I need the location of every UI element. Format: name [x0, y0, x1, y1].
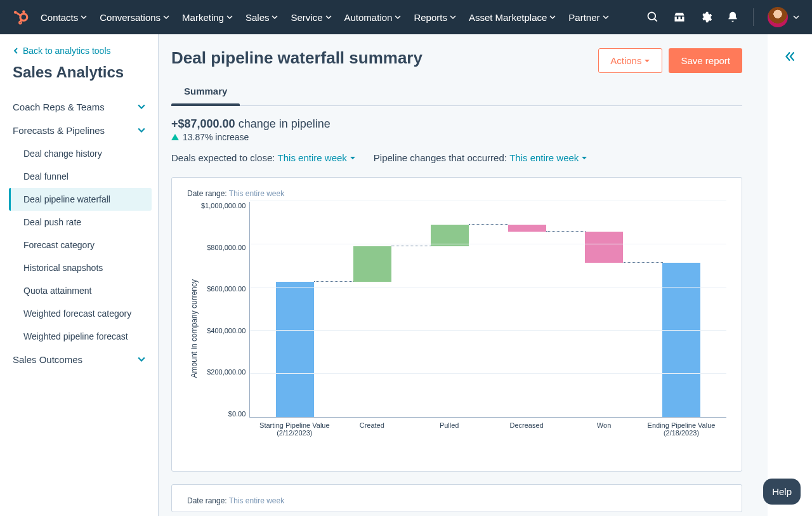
chart-y-label: Amount in company currency: [187, 279, 201, 378]
chart-plot-area: [249, 202, 726, 418]
filter-expected-select[interactable]: This entire week: [278, 152, 356, 163]
svg-line-5: [20, 20, 21, 22]
sidebar-item-historical-snapshots[interactable]: Historical snapshots: [9, 256, 152, 279]
right-panel: [768, 34, 812, 516]
sidebar-item-deal-pipeline-waterfall[interactable]: Deal pipeline waterfall: [9, 188, 152, 211]
increase-line: 13.87% increase: [171, 132, 742, 142]
sidebar-item-deal-funnel[interactable]: Deal funnel: [9, 165, 152, 188]
chevron-down-icon: [603, 14, 609, 20]
filter-changes: Pipeline changes that occurred: This ent…: [374, 152, 588, 163]
nav-item-asset-marketplace[interactable]: Asset Marketplace: [469, 12, 556, 23]
sidebar-item-quota-attainment[interactable]: Quota attainment: [9, 279, 152, 302]
chart-card-2: Date range: This entire week: [171, 484, 742, 512]
section-forecasts-pipelines[interactable]: Forecasts & Pipelines: [6, 119, 152, 142]
filter-expected: Deals expected to close: This entire wee…: [171, 152, 356, 163]
nav-items: ContactsConversationsMarketingSalesServi…: [41, 12, 646, 23]
chart-range-label: Date range: This entire week: [187, 189, 726, 198]
svg-line-3: [17, 13, 22, 16]
avatar: [768, 7, 788, 27]
nav-item-automation[interactable]: Automation: [344, 12, 402, 23]
hubspot-logo[interactable]: [13, 9, 29, 25]
back-link[interactable]: Back to analytics tools: [6, 46, 152, 61]
chart-x-axis: Starting Pipeline Value (2/12/2023)Creat…: [249, 418, 726, 437]
waterfall-bar: [411, 202, 488, 417]
waterfall-bar: [643, 202, 719, 417]
triangle-up-icon: [171, 134, 179, 140]
tab-summary[interactable]: Summary: [171, 78, 240, 105]
chevron-down-icon: [138, 102, 145, 112]
sidebar-item-forecast-category[interactable]: Forecast category: [9, 234, 152, 256]
nav-item-partner[interactable]: Partner: [568, 12, 608, 23]
chevron-down-icon: [272, 14, 278, 20]
back-link-label: Back to analytics tools: [23, 46, 111, 56]
help-button[interactable]: Help: [763, 479, 801, 505]
bell-icon[interactable]: [726, 11, 739, 23]
chevron-down-icon: [138, 125, 145, 136]
marketplace-icon[interactable]: [673, 11, 686, 23]
svg-point-0: [20, 14, 27, 21]
save-report-button[interactable]: Save report: [669, 48, 742, 73]
sidebar-item-weighted-forecast-category[interactable]: Weighted forecast category: [9, 302, 152, 325]
actions-button[interactable]: Actions: [598, 48, 662, 73]
svg-line-7: [655, 19, 657, 22]
section-sales-outcomes[interactable]: Sales Outcomes: [6, 348, 152, 371]
sidebar-item-deal-change-history[interactable]: Deal change history: [9, 142, 152, 165]
nav-item-conversations[interactable]: Conversations: [100, 12, 169, 23]
search-icon[interactable]: [646, 11, 659, 23]
nav-item-contacts[interactable]: Contacts: [41, 12, 87, 23]
page-title: Deal pipeline waterfall summary: [171, 48, 422, 68]
chevron-down-icon: [138, 354, 145, 365]
waterfall-chart: Amount in company currency $1,000,000.00…: [187, 202, 726, 456]
chevron-down-icon: [226, 14, 233, 20]
waterfall-bar: [566, 202, 643, 417]
sidebar-item-deal-push-rate[interactable]: Deal push rate: [9, 211, 152, 234]
sidebar: Back to analytics tools Sales Analytics …: [0, 34, 159, 516]
chevron-down-icon: [325, 14, 332, 20]
chevron-down-icon: [450, 14, 456, 20]
chevron-down-icon: [549, 14, 556, 20]
chart-y-axis: $1,000,000.00$800,000.00$600,000.00$400,…: [201, 202, 249, 418]
chart-card: Date range: This entire week Amount in c…: [171, 177, 742, 472]
chevron-down-icon: [81, 14, 87, 20]
sidebar-item-weighted-pipeline-forecast[interactable]: Weighted pipeline forecast: [9, 325, 152, 348]
nav-item-service[interactable]: Service: [291, 12, 331, 23]
account-menu[interactable]: [768, 7, 799, 27]
nav-item-sales[interactable]: Sales: [246, 12, 278, 23]
waterfall-bar: [257, 202, 334, 417]
svg-point-2: [14, 11, 17, 14]
chevron-left-icon: [13, 48, 19, 54]
nav-item-reports[interactable]: Reports: [414, 12, 456, 23]
section-coach-reps-teams[interactable]: Coach Reps & Teams: [6, 95, 152, 119]
caret-down-icon: [644, 58, 650, 64]
sidebar-title: Sales Analytics: [6, 61, 152, 95]
waterfall-bar: [488, 202, 565, 417]
tabs: Summary: [171, 78, 742, 106]
nav-right-icons: [646, 7, 799, 27]
caret-down-icon: [581, 155, 587, 161]
top-nav: ContactsConversationsMarketingSalesServi…: [0, 0, 812, 34]
chevron-down-icon: [163, 14, 169, 20]
caret-down-icon: [350, 155, 356, 161]
change-amount-line: +$87,000.00 change in pipeline: [171, 117, 742, 131]
gear-icon[interactable]: [700, 11, 712, 23]
svg-point-1: [22, 10, 25, 13]
chevron-down-icon: [793, 14, 799, 20]
svg-point-6: [648, 13, 656, 20]
waterfall-bar: [334, 202, 410, 417]
main-content: Deal pipeline waterfall summary Actions …: [159, 34, 768, 516]
nav-item-marketing[interactable]: Marketing: [182, 12, 233, 23]
chevron-down-icon: [395, 14, 401, 20]
filter-changes-select[interactable]: This entire week: [509, 152, 587, 163]
collapse-panel-icon[interactable]: [783, 50, 797, 516]
